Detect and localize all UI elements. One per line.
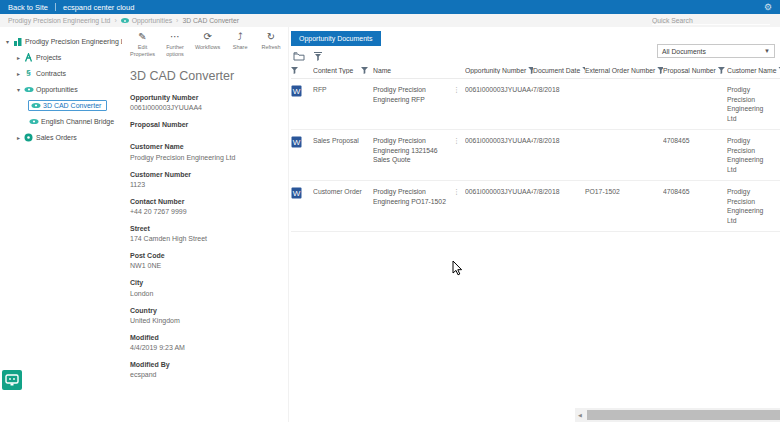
row-menu-icon[interactable] [453,86,460,93]
field-label: Post Code [130,251,282,260]
cell-document-date: 7/8/2018 [533,187,585,197]
contracts-icon: § [23,69,34,77]
filter-icon[interactable] [361,67,368,74]
field-customer-number: Customer Number 1123 [130,170,282,189]
field-value: 1123 [130,180,282,189]
table-header-row: Content Type Name Opportunity Number Doc… [291,63,780,79]
field-label: Customer Number [130,170,282,179]
field-label: City [130,278,282,287]
field-label: Country [130,306,282,315]
tree-item-company[interactable]: Prodigy Precision Engineering Ltd [0,33,122,49]
svg-text:W: W [293,189,301,198]
field-label: Modified [130,333,282,342]
filter-icon[interactable] [291,67,298,74]
cell-content-type: Customer Order [313,187,373,197]
column-label: Opportunity Number [465,67,526,74]
table-row[interactable]: W RFP Prodigy Precision Engineering RFP … [291,79,780,130]
cell-opportunity-number: 0061i000003JYUUAA4 [465,187,533,197]
gear-icon[interactable]: ⚙ [764,3,772,12]
tree-expand-icon[interactable] [3,38,12,45]
tree-item-label-selected: 3D CAD Converter [43,102,101,109]
table-row[interactable]: W Customer Order Prodigy Precision Engin… [291,181,780,232]
tree-item-contracts[interactable]: § Contracts [0,65,122,81]
field-value: 0061i000003JYUUAA4 [130,103,282,112]
row-menu-icon[interactable] [453,188,460,195]
view-filter-dropdown[interactable]: All Documents ▼ [657,44,775,58]
edit-properties-button[interactable]: ✎ Edit Properties [130,31,155,57]
cell-proposal-number: 4708465 [663,187,727,197]
svg-text:W: W [293,87,301,96]
cell-customer-name: Prodigy Precision Engineering Ltd [727,187,780,225]
further-options-button[interactable]: ⋯ Further options [164,31,186,57]
field-value: +44 20 7267 9999 [130,207,282,216]
column-label: External Order Number [585,67,655,74]
projects-icon [23,53,34,62]
cell-content-type: RFP [313,85,373,95]
opportunity-documents-panel: Opportunity Documents All Documents ▼ Co… [288,27,780,422]
tree-item-3d-cad-converter[interactable]: 3D CAD Converter [0,97,122,113]
page-title: 3D CAD Converter [130,69,282,83]
toolbar-label: Edit Properties [130,44,155,57]
support-chat-widget[interactable] [2,370,22,390]
column-label: Content Type [313,67,353,74]
cell-document-name[interactable]: Prodigy Precision Engineering RFP [373,85,453,104]
workflow-icon: ⟳ [203,31,211,43]
tree-expand-icon[interactable] [14,86,23,93]
breadcrumb-item-current: 3D CAD Converter [182,17,239,24]
field-post-code: Post Code NW1 0NE [130,251,282,270]
field-value: NW1 0NE [130,261,282,270]
tree-item-projects[interactable]: Projects [0,49,122,65]
word-file-icon: W [291,136,313,151]
table-row[interactable]: W Sales Proposal Prodigy Precision Engin… [291,130,780,181]
breadcrumb-item-opportunities[interactable]: Opportunities [132,17,172,24]
quick-search-input[interactable] [652,17,770,25]
sales-orders-icon [23,133,34,142]
tree-collapse-icon[interactable] [14,134,23,141]
tree-item-sales-orders[interactable]: Sales Orders [0,129,122,145]
field-value: London [130,289,282,298]
ellipsis-icon: ⋯ [170,31,180,43]
tree-item-label: Opportunities [36,86,78,93]
back-to-site-link[interactable]: Back to Site [8,3,48,12]
opportunities-eye-icon [121,18,129,23]
workflows-button[interactable]: ⟳ Workflows [195,31,220,57]
cell-external-order-number: PO17-1502 [585,187,663,197]
refresh-button[interactable]: ↻ Refresh [260,31,282,57]
opportunities-eye-icon [23,86,34,93]
cell-proposal-number: 4708465 [663,136,727,146]
tab-opportunity-documents[interactable]: Opportunity Documents [291,31,381,46]
field-value: United Kingdom [130,316,282,325]
field-contact-number: Contact Number +44 20 7267 9999 [130,197,282,216]
field-value: ecspand [130,370,282,379]
scroll-left-icon[interactable]: ◀ [575,412,585,418]
chat-screen-icon [5,374,19,386]
cell-document-name[interactable]: Prodigy Precision Engineering 1321546 Sa… [373,136,453,165]
cell-opportunity-number: 0061i000003JYUUAA4 [465,136,533,146]
cell-document-name[interactable]: Prodigy Precision Engineering PO17-1502 [373,187,453,206]
tree-collapse-icon[interactable] [14,70,23,77]
scrollbar-track[interactable] [585,408,770,422]
row-menu-icon[interactable] [453,137,460,144]
filter-icon[interactable] [718,67,725,74]
topbar-separator [55,3,56,11]
header-name: Name [373,67,453,74]
header-opportunity-number: Opportunity Number [465,67,533,74]
breadcrumb-item-company[interactable]: Prodigy Precision Engineering Ltd [8,17,110,24]
column-label: Proposal Number [663,67,716,74]
field-label: Modified By [130,360,282,369]
field-label: Contact Number [130,197,282,206]
tree-item-english-channel-bridge[interactable]: English Channel Bridge [0,113,122,129]
field-label: Customer Name [130,142,282,151]
header-document-date: Document Date [533,67,585,74]
tree-collapse-icon[interactable] [14,54,23,61]
toolbar-label: Further options [164,44,186,57]
scrollbar-thumb[interactable] [587,410,780,420]
chevron-down-icon: ▼ [764,48,770,54]
horizontal-scrollbar[interactable]: ◀ ▶ [575,408,780,422]
share-button[interactable]: ⤴ Share [229,31,251,57]
refresh-icon: ↻ [267,31,275,43]
tree-item-opportunities[interactable]: Opportunities [0,81,122,97]
header-external-order-number: External Order Number [585,67,663,74]
filter-icon[interactable] [528,67,533,74]
opportunity-detail-panel: ✎ Edit Properties ⋯ Further options ⟳ Wo… [122,27,288,422]
